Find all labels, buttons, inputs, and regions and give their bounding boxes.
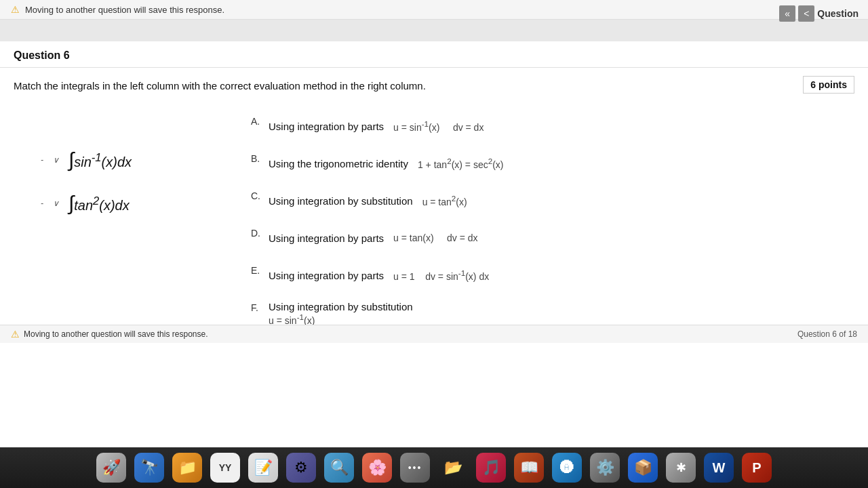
integral-2-expr: ∫tan2(x)dx xyxy=(68,192,130,215)
dock-search[interactable]: 🔍 xyxy=(324,453,354,483)
dock-folder[interactable]: 📁 xyxy=(172,453,202,483)
dock-calendar[interactable]: YY xyxy=(210,453,240,483)
question-number: Question 6 xyxy=(14,49,70,61)
right-column: A. Using integration by parts u = sin-1(… xyxy=(244,108,854,333)
integral-1-dash: - xyxy=(41,155,43,165)
option-detail-e: u = 1 dv = sin-1(x) dx xyxy=(393,268,489,282)
option-row-a: A. Using integration by parts u = sin-1(… xyxy=(244,108,854,145)
option-letter-a: A. xyxy=(251,115,266,127)
option-row-b: B. Using the trigonometric identity 1 + … xyxy=(244,145,854,182)
option-method-e: Using integration by parts xyxy=(269,270,384,281)
option-letter-b: B. xyxy=(251,152,266,164)
nav-prev-btn[interactable]: « xyxy=(779,5,795,22)
nav-buttons: « < Question xyxy=(779,5,859,22)
dock-dots[interactable]: ••• xyxy=(400,453,430,483)
option-row-c: C. Using integration by substitution u =… xyxy=(244,182,854,220)
warning-icon-bottom: ⚠ xyxy=(11,329,20,340)
dock-notes[interactable]: 📝 xyxy=(248,453,278,483)
option-method-d: Using integration by parts xyxy=(269,232,384,244)
dock-photos[interactable]: 🌸 xyxy=(362,453,392,483)
matching-area: - ∨ ∫sin-1(x)dx - ∨ ∫tan2(x)dx xyxy=(14,108,854,333)
top-warning-bar: ⚠ Moving to another question will save t… xyxy=(0,0,868,20)
dock-finder[interactable]: 🔭 xyxy=(134,453,164,483)
warning-icon-top: ⚠ xyxy=(11,4,20,15)
option-detail-a: u = sin-1(x) dv = dx xyxy=(393,119,484,133)
dock-rocket[interactable]: 🚀 xyxy=(96,453,126,483)
dock-dropbox[interactable]: 📦 xyxy=(628,453,658,483)
header-bar: « < Question xyxy=(0,20,868,41)
integral-item-2: - ∨ ∫tan2(x)dx xyxy=(41,192,244,215)
dropdown-2[interactable]: ∨ xyxy=(53,199,59,208)
question-header: Question 6 xyxy=(0,41,868,68)
option-method-b: Using the trigonometric identity xyxy=(269,158,408,169)
dock-word[interactable]: W xyxy=(704,453,734,483)
bottom-warning-text: Moving to another question will save thi… xyxy=(24,329,208,339)
left-column: - ∨ ∫sin-1(x)dx - ∨ ∫tan2(x)dx xyxy=(14,108,244,333)
option-detail-f: u = sin-1(x) xyxy=(269,312,413,326)
bottom-question-counter: Question 6 of 18 xyxy=(797,329,857,339)
dock-appstore[interactable]: 🅐 xyxy=(552,453,582,483)
question-instructions: Match the integrals in the left column w… xyxy=(14,79,854,94)
option-letter-d: D. xyxy=(251,226,266,239)
bottom-warning-bar: ⚠ Moving to another question will save t… xyxy=(0,325,868,343)
nav-back-btn[interactable]: < xyxy=(798,5,814,22)
dock-grid[interactable]: ⚙ xyxy=(286,453,316,483)
dock-books[interactable]: 📖 xyxy=(514,453,544,483)
dock-music[interactable]: 🎵 xyxy=(476,453,506,483)
question-body: 6 points Match the integrals in the left… xyxy=(0,68,868,343)
integral-1-expr: ∫sin-1(x)dx xyxy=(68,148,132,171)
option-method-f: Using integration by substitution xyxy=(269,301,413,312)
points-value: 6 points xyxy=(810,79,847,90)
integral-2-dash: - xyxy=(41,199,43,208)
dock-bluetooth[interactable]: ✱ xyxy=(666,453,696,483)
option-letter-c: C. xyxy=(251,189,266,201)
option-row-e: E. Using integration by parts u = 1 dv =… xyxy=(244,257,854,294)
question-panel: Question 6 6 points Match the integrals … xyxy=(0,41,868,447)
option-method-c: Using integration by substitution xyxy=(269,195,413,207)
option-detail-d: u = tan(x) dv = dx xyxy=(393,232,478,243)
option-detail-c: u = tan2(x) xyxy=(422,194,467,207)
dock-powerpoint[interactable]: P xyxy=(742,453,772,483)
option-row-d: D. Using integration by parts u = tan(x)… xyxy=(244,220,854,257)
dock-files[interactable]: 📂 xyxy=(438,453,468,483)
integral-item-1: - ∨ ∫sin-1(x)dx xyxy=(41,148,244,171)
option-method-a: Using integration by parts xyxy=(269,121,384,132)
dropdown-1[interactable]: ∨ xyxy=(53,155,59,165)
main-content: ⚠ Moving to another question will save t… xyxy=(0,0,868,447)
option-detail-b: 1 + tan2(x) = sec2(x) xyxy=(418,157,504,170)
top-warning-text: Moving to another question will save thi… xyxy=(25,5,224,15)
nav-label: Question xyxy=(817,8,859,19)
option-letter-e: E. xyxy=(251,264,266,276)
taskbar: 🚀 🔭 📁 YY 📝 ⚙ 🔍 🌸 ••• 📂 🎵 📖 🅐 ⚙️ 📦 ✱ W P xyxy=(0,447,868,488)
points-badge: 6 points xyxy=(803,76,854,94)
option-letter-f: F. xyxy=(251,301,266,313)
dock-system[interactable]: ⚙️ xyxy=(590,453,620,483)
